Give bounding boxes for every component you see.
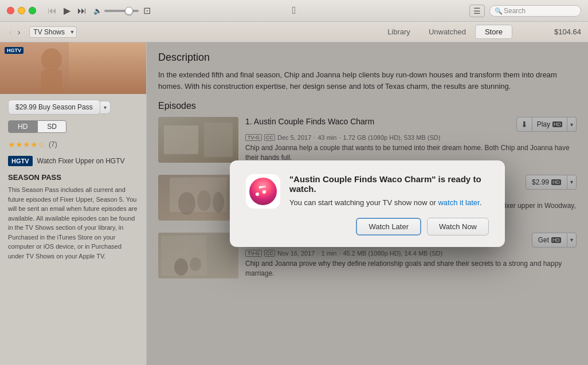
watch-now-button[interactable]: Watch Now xyxy=(427,218,489,236)
modal-title: "Austin Couple Finds Waco Charm" is read… xyxy=(289,174,489,194)
play-button[interactable]: ▶ xyxy=(61,4,73,17)
volume-control: 🔈 xyxy=(93,7,139,15)
list-view-button[interactable]: ☰ xyxy=(469,5,485,17)
maximize-button[interactable] xyxy=(29,7,36,14)
playback-controls: ⏮ ▶ ⏭ xyxy=(45,4,89,17)
svg-point-3 xyxy=(41,48,62,71)
nav-arrows: ‹ › xyxy=(7,26,22,38)
tab-unwatched[interactable]: Unwatched xyxy=(420,25,475,39)
buy-btn-label: $29.99 Buy Season Pass xyxy=(15,103,93,111)
buy-season-pass-button[interactable]: $29.99 Buy Season Pass xyxy=(8,100,100,115)
navbar: ‹ › TV Shows ▼ Library Unwatched Store $… xyxy=(0,22,588,42)
star-rating: ★★★★☆ xyxy=(8,140,45,149)
breadcrumb-select[interactable]: TV Shows xyxy=(29,26,77,38)
modal-body: "Austin Couple Finds Waco Charm" is read… xyxy=(246,174,489,209)
volume-slider[interactable] xyxy=(104,10,139,12)
hgtv-logo: HGTV xyxy=(8,156,33,166)
volume-icon: 🔈 xyxy=(93,7,102,15)
forward-button[interactable]: › xyxy=(15,26,23,38)
back-button[interactable]: ‹ xyxy=(7,26,14,38)
modal-subtitle-pre: You can start watching your TV show now … xyxy=(289,198,438,207)
modal-text: "Austin Couple Finds Waco Charm" is read… xyxy=(289,174,489,207)
titlebar: ⏮ ▶ ⏭ 🔈 ⊡  ☰ 🔍 Search xyxy=(0,0,588,22)
search-icon: 🔍 xyxy=(495,7,503,14)
apple-logo:  xyxy=(292,5,296,17)
tab-library[interactable]: Library xyxy=(378,25,420,39)
svg-rect-4 xyxy=(41,70,62,94)
season-pass-title: SEASON PASS xyxy=(8,173,138,182)
account-balance: $104.64 xyxy=(554,22,581,42)
title-right: ☰ 🔍 Search xyxy=(469,5,581,17)
hgtv-logo-row: HGTV Watch Fixer Upper on HGTV xyxy=(8,156,138,166)
quality-toggle: HD SD xyxy=(8,120,138,133)
watch-later-button[interactable]: Watch Later xyxy=(356,218,421,236)
minimize-button[interactable] xyxy=(18,7,25,14)
rewind-button[interactable]: ⏮ xyxy=(45,5,59,17)
sd-button[interactable]: SD xyxy=(37,120,66,133)
sidebar: HGTV $29.99 Buy Season Pass ▾ HD SD ★★★★… xyxy=(0,42,147,365)
breadcrumb: TV Shows ▼ xyxy=(22,26,77,38)
volume-thumb[interactable] xyxy=(125,7,133,15)
buy-btn-wrap: $29.99 Buy Season Pass ▾ xyxy=(8,100,138,115)
modal-subtitle-post: . xyxy=(480,198,482,207)
tab-store[interactable]: Store xyxy=(475,25,512,39)
watch-it-later-link[interactable]: watch it later xyxy=(438,198,479,207)
modal-overlay: "Austin Couple Finds Waco Charm" is read… xyxy=(147,42,588,365)
main-content: HGTV $29.99 Buy Season Pass ▾ HD SD ★★★★… xyxy=(0,42,588,365)
modal-subtitle: You can start watching your TV show now … xyxy=(289,198,489,207)
music-app-icon xyxy=(248,176,279,207)
sidebar-hero: HGTV xyxy=(0,42,146,94)
search-box[interactable]: 🔍 Search xyxy=(489,5,581,17)
hd-button[interactable]: HD xyxy=(8,120,37,133)
sidebar-body: $29.99 Buy Season Pass ▾ HD SD ★★★★☆ (7)… xyxy=(0,94,146,266)
search-placeholder: Search xyxy=(504,7,526,15)
fastforward-button[interactable]: ⏭ xyxy=(75,5,89,17)
rating-count: (7) xyxy=(49,140,57,148)
nav-tabs: Library Unwatched Store xyxy=(378,25,512,39)
modal-icon xyxy=(246,174,280,209)
traffic-lights xyxy=(7,7,36,14)
hgtv-badge: HGTV xyxy=(5,47,23,54)
close-button[interactable] xyxy=(7,7,14,14)
buy-dropdown-button[interactable]: ▾ xyxy=(100,101,111,114)
modal-dialog: "Austin Couple Finds Waco Charm" is read… xyxy=(230,160,505,247)
rating-row: ★★★★☆ (7) xyxy=(8,140,138,149)
airplay-button[interactable]: ⊡ xyxy=(143,5,151,16)
modal-buttons: Watch Later Watch Now xyxy=(246,218,489,236)
season-pass-text: This Season Pass includes all current an… xyxy=(8,185,138,261)
right-panel: Description In the extended fifth and fi… xyxy=(147,42,588,365)
svg-rect-2 xyxy=(69,42,146,94)
watch-on-hgtv: Watch Fixer Upper on HGTV xyxy=(37,157,125,165)
